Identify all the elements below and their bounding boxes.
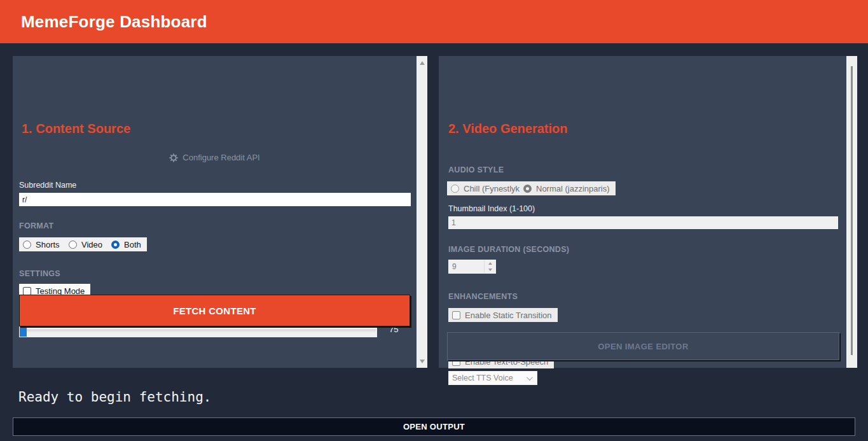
static-transition-label: Enable Static Transition bbox=[465, 311, 552, 320]
radio-unchecked-icon bbox=[23, 241, 31, 249]
configure-reddit-api-link[interactable]: Configure Reddit API bbox=[13, 153, 417, 162]
content-source-title: 1. Content Source bbox=[22, 122, 130, 136]
checkbox-unchecked-icon bbox=[452, 311, 460, 319]
thumbnail-index-label: Thumbnail Index (1-100) bbox=[448, 204, 535, 213]
scrollbar-thumb[interactable] bbox=[851, 66, 853, 355]
spinner-down-icon[interactable] bbox=[485, 267, 495, 273]
format-radio-both[interactable]: Both bbox=[107, 237, 147, 251]
checkbox-unchecked-icon bbox=[23, 287, 31, 295]
image-duration-value: 9 bbox=[449, 260, 484, 273]
audio-radio-normal[interactable]: Normal (jazzinparis) bbox=[520, 181, 616, 195]
radio-unchecked-icon bbox=[69, 241, 77, 249]
format-section-label: FORMAT bbox=[19, 221, 53, 230]
slider-groove bbox=[20, 330, 376, 332]
chevron-down-icon bbox=[527, 374, 533, 381]
radio-checked-icon bbox=[111, 241, 120, 249]
status-message: Ready to begin fetching. bbox=[18, 389, 211, 405]
audio-radio-chill[interactable]: Chill (Fynestlyk) bbox=[447, 181, 528, 195]
scroll-down-arrow-icon[interactable] bbox=[417, 356, 427, 367]
spinner-up-icon[interactable] bbox=[485, 260, 495, 267]
spinner-buttons bbox=[484, 260, 495, 273]
subreddit-name-label: Subreddit Name bbox=[19, 181, 76, 190]
format-radio-both-label: Both bbox=[124, 240, 141, 249]
audio-radio-normal-label: Normal (jazzinparis) bbox=[536, 184, 610, 193]
format-radio-shorts-label: Shorts bbox=[36, 240, 60, 249]
radio-checked-icon bbox=[523, 185, 532, 193]
left-panel-scrollbar[interactable] bbox=[417, 56, 427, 368]
video-generation-panel: 2. Video Generation AUDIO STYLE Chill (F… bbox=[439, 56, 857, 368]
format-radio-video[interactable]: Video bbox=[65, 237, 108, 251]
right-panel-scrollbar[interactable] bbox=[846, 56, 857, 368]
format-radio-video-label: Video bbox=[81, 240, 102, 249]
video-generation-title: 2. Video Generation bbox=[448, 122, 567, 136]
radio-unchecked-icon bbox=[451, 185, 459, 193]
app-title: MemeForge Dashboard bbox=[21, 12, 207, 32]
open-output-button[interactable]: OPEN OUTPUT bbox=[13, 417, 855, 436]
format-radio-shorts[interactable]: Shorts bbox=[19, 237, 65, 251]
app-header: MemeForge Dashboard bbox=[0, 0, 868, 43]
fetch-content-button[interactable]: FETCH CONTENT bbox=[19, 295, 410, 326]
image-duration-section-label: IMAGE DURATION (SECONDS) bbox=[448, 245, 569, 254]
enhancements-section-label: ENHANCEMENTS bbox=[448, 292, 518, 301]
audio-radio-chill-label: Chill (Fynestlyk) bbox=[464, 184, 522, 193]
tts-voice-selected-value: Select TTS Voice bbox=[452, 374, 513, 382]
thumbnail-index-input[interactable] bbox=[448, 216, 838, 229]
configure-reddit-api-label: Configure Reddit API bbox=[183, 153, 259, 162]
scroll-up-arrow-icon[interactable] bbox=[417, 57, 427, 68]
settings-section-label: SETTINGS bbox=[19, 269, 60, 278]
static-transition-checkbox[interactable]: Enable Static Transition bbox=[448, 308, 558, 322]
content-source-panel: 1. Content Source bbox=[13, 56, 427, 368]
audio-style-section-label: AUDIO STYLE bbox=[448, 165, 504, 174]
subreddit-name-input[interactable] bbox=[19, 193, 411, 206]
image-duration-spinner[interactable]: 9 bbox=[448, 260, 496, 274]
gear-icon bbox=[169, 153, 178, 162]
tts-voice-dropdown[interactable]: Select TTS Voice bbox=[448, 371, 537, 385]
open-image-editor-button[interactable]: OPEN IMAGE EDITOR bbox=[447, 332, 839, 360]
